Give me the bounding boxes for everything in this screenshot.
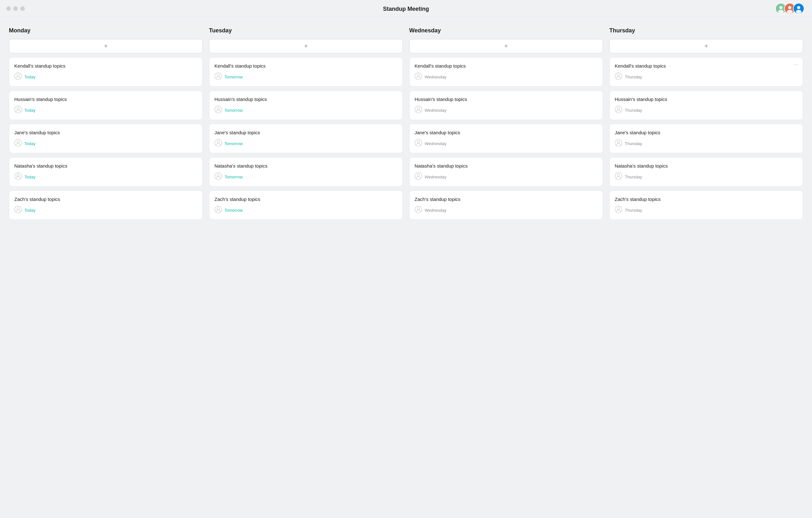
card[interactable]: ···Kendall's standup topics Thursday: [609, 57, 803, 87]
add-card-button-monday[interactable]: +: [9, 39, 203, 53]
card-date: Thursday: [625, 141, 642, 146]
svg-point-34: [417, 141, 419, 143]
card[interactable]: Natasha's standup topics Thursday: [609, 157, 803, 187]
card-meta: Wednesday: [414, 206, 598, 215]
card-title: Natasha's standup topics: [615, 163, 798, 168]
person-icon: [615, 106, 622, 115]
svg-point-18: [17, 208, 19, 210]
columns-wrapper: Monday+Kendall's standup topics TodayHus…: [9, 27, 803, 220]
main-content: Monday+Kendall's standup topics TodayHus…: [0, 17, 812, 230]
add-card-button-thursday[interactable]: +: [609, 39, 803, 53]
person-icon: [414, 206, 422, 215]
card-title: Kendall's standup topics: [214, 63, 398, 69]
person-icon: [615, 206, 622, 215]
svg-point-14: [17, 141, 19, 143]
card-title: Kendall's standup topics: [14, 63, 197, 69]
card-date: Today: [24, 75, 35, 79]
card-meta: Today: [14, 106, 197, 115]
card[interactable]: Kendall's standup topics Tomorrow: [209, 57, 403, 87]
card[interactable]: Jane's standup topics Today: [9, 124, 203, 153]
svg-point-39: [615, 73, 622, 80]
card-meta: Today: [14, 206, 197, 215]
card[interactable]: Hussain's standup topics Tomorrow: [209, 90, 403, 120]
person-icon: [414, 139, 422, 148]
svg-point-19: [215, 73, 222, 80]
svg-point-23: [215, 139, 222, 146]
card-title: Zach's standup topics: [615, 196, 798, 202]
svg-point-21: [215, 106, 222, 113]
card-title: Zach's standup topics: [14, 196, 197, 202]
card[interactable]: Zach's standup topics Tomorrow: [209, 190, 403, 220]
avatar-3[interactable]: [793, 3, 804, 14]
traffic-light-close[interactable]: [6, 6, 11, 11]
card-title: Natasha's standup topics: [14, 163, 197, 168]
column-wednesday: Wednesday+Kendall's standup topics Wedne…: [409, 27, 603, 220]
card-date: Today: [24, 108, 35, 113]
card-meta: Wednesday: [414, 139, 598, 148]
card-date: Wednesday: [425, 174, 446, 179]
svg-point-48: [617, 208, 620, 210]
column-header-tuesday: Tuesday: [209, 27, 403, 34]
card[interactable]: Jane's standup topics Wednesday: [409, 124, 603, 153]
svg-point-37: [415, 206, 422, 213]
card-title: Hussain's standup topics: [414, 97, 598, 102]
card-meta: Tomorrow: [214, 172, 398, 181]
svg-point-30: [417, 74, 419, 77]
card-meta: Today: [14, 172, 197, 181]
svg-point-35: [415, 173, 422, 180]
card[interactable]: Hussain's standup topics Thursday: [609, 90, 803, 120]
card-title: Jane's standup topics: [615, 130, 798, 135]
person-icon: [14, 139, 22, 148]
card[interactable]: Jane's standup topics Tomorrow: [209, 124, 403, 153]
card-title: Jane's standup topics: [14, 130, 197, 135]
card[interactable]: Zach's standup topics Wednesday: [409, 190, 603, 220]
traffic-light-minimize[interactable]: [13, 6, 18, 11]
person-icon: [14, 206, 22, 215]
card-title: Natasha's standup topics: [414, 163, 598, 168]
svg-point-20: [217, 74, 220, 77]
card-meta: Wednesday: [414, 172, 598, 181]
person-icon: [14, 172, 22, 181]
svg-point-31: [415, 106, 422, 113]
card-date: Thursday: [625, 108, 642, 113]
person-icon: [214, 106, 222, 115]
card-title: Natasha's standup topics: [214, 163, 398, 168]
person-icon: [214, 139, 222, 148]
card[interactable]: Hussain's standup topics Wednesday: [409, 90, 603, 120]
card-meta: Thursday: [615, 139, 798, 148]
card-date: Thursday: [625, 75, 642, 79]
card[interactable]: Natasha's standup topics Today: [9, 157, 203, 187]
card-date: Tomorrow: [225, 108, 243, 113]
card[interactable]: Zach's standup topics Thursday: [609, 190, 803, 220]
svg-point-45: [615, 173, 622, 180]
card-date: Wednesday: [425, 108, 446, 113]
card[interactable]: Hussain's standup topics Today: [9, 90, 203, 120]
person-icon: [214, 72, 222, 81]
add-card-button-tuesday[interactable]: +: [209, 39, 403, 53]
card[interactable]: Natasha's standup topics Tomorrow: [209, 157, 403, 187]
card-menu-icon[interactable]: ···: [794, 62, 799, 67]
svg-point-29: [415, 73, 422, 80]
svg-point-2: [778, 10, 784, 13]
person-icon: [414, 106, 422, 115]
card[interactable]: Kendall's standup topics Today: [9, 57, 203, 87]
column-header-monday: Monday: [9, 27, 203, 34]
card-date: Tomorrow: [225, 208, 243, 213]
column-header-thursday: Thursday: [609, 27, 803, 34]
card[interactable]: Natasha's standup topics Wednesday: [409, 157, 603, 187]
card-date: Thursday: [625, 208, 642, 213]
add-card-button-wednesday[interactable]: +: [409, 39, 603, 53]
card-date: Today: [24, 174, 35, 179]
card[interactable]: Jane's standup topics Thursday: [609, 124, 803, 153]
svg-point-8: [796, 10, 802, 13]
card-title: Kendall's standup topics: [615, 63, 798, 69]
svg-point-28: [217, 208, 220, 210]
svg-point-40: [617, 74, 620, 77]
person-icon: [414, 72, 422, 81]
svg-point-9: [14, 73, 22, 80]
traffic-light-maximize[interactable]: [20, 6, 25, 11]
card[interactable]: Zach's standup topics Today: [9, 190, 203, 220]
card[interactable]: Kendall's standup topics Wednesday: [409, 57, 603, 87]
svg-point-32: [417, 108, 419, 110]
svg-point-5: [787, 10, 793, 13]
